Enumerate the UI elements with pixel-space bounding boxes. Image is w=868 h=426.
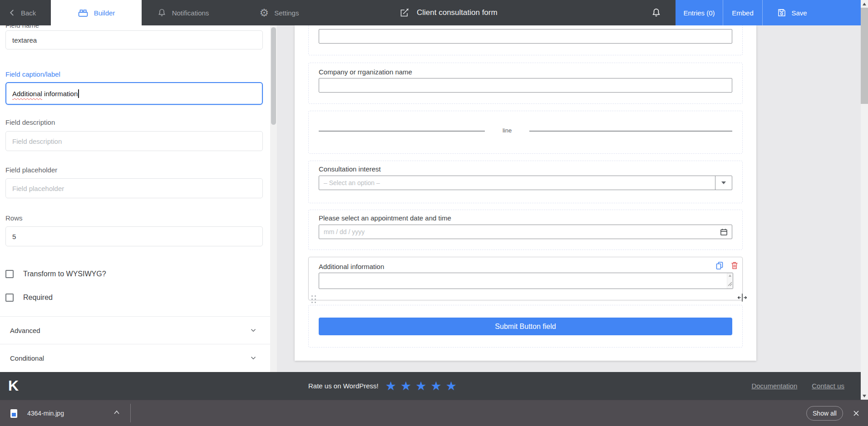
divider-line-right [529, 131, 732, 132]
field-settings-sidebar: Field name Field caption/label Additiona… [0, 25, 270, 372]
tab-builder-label: Builder [94, 9, 115, 17]
dropdown-arrow-icon [721, 181, 726, 184]
field-label: Please select an appointment date and ti… [319, 214, 451, 222]
form-title-group: Client consultation form [399, 0, 498, 25]
plugin-footer: K Rate us on WordPress! Documentation Co… [0, 372, 861, 400]
delete-field-icon[interactable] [730, 261, 739, 270]
wysiwyg-checkbox[interactable] [5, 270, 14, 278]
contact-us-link[interactable]: Contact us [812, 382, 844, 390]
form-field-additional-information-selected[interactable]: Additional information [308, 257, 743, 300]
show-all-downloads-button[interactable]: Show all [806, 406, 843, 421]
page-scrollbar[interactable] [861, 0, 868, 400]
documentation-link[interactable]: Documentation [751, 382, 797, 390]
notifications-bell-button[interactable] [651, 0, 661, 25]
page-scrollbar-thumb[interactable] [861, 8, 868, 104]
duplicate-field-icon[interactable] [715, 261, 724, 270]
wysiwyg-checkbox-row: Transform to WYSIWYG? [5, 269, 270, 279]
tab-settings-label: Settings [274, 9, 299, 17]
tab-builder[interactable]: Builder [51, 0, 142, 25]
star-icon[interactable] [430, 380, 441, 392]
scrollbar-down-arrow[interactable] [861, 392, 868, 400]
field-caption-input[interactable]: Additional information [5, 82, 263, 105]
form-field-company-name[interactable]: Company or rrganization name [308, 63, 743, 104]
save-button[interactable]: Save [763, 0, 822, 25]
date-input[interactable]: mm / dd / yyyy [319, 225, 732, 239]
form-title: Client consultation form [417, 8, 498, 17]
text-cursor [78, 89, 79, 98]
star-icon[interactable] [400, 380, 411, 392]
bell-icon [157, 8, 167, 18]
field-name-input[interactable] [5, 30, 263, 49]
chevron-down-icon [249, 354, 257, 362]
required-checkbox[interactable] [5, 294, 14, 302]
form-field-consultation-interest[interactable]: Consultation interest – Select an option… [308, 161, 743, 203]
tab-settings[interactable]: ⚙ Settings [245, 0, 313, 25]
top-navbar: Back Builder Notifications ⚙ Settings Cl… [0, 0, 868, 25]
star-icon[interactable] [385, 380, 396, 392]
downloaded-filename: 4364-min.jpg [27, 410, 64, 417]
text-input[interactable] [319, 78, 732, 93]
embed-button[interactable]: Embed [723, 0, 763, 25]
caption-word-misspelled: Additional [12, 90, 42, 98]
entries-label: Entries (0) [683, 9, 715, 17]
required-checkbox-label: Required [23, 294, 53, 302]
kali-forms-logo: K [8, 376, 19, 395]
select-dropdown-button[interactable] [715, 176, 732, 190]
form-field-divider[interactable]: line [308, 111, 743, 154]
form-field-submit[interactable]: Submit Button field [308, 305, 743, 348]
form-preview-area: Company or rrganization name line Consul… [277, 25, 861, 372]
downloaded-file-item[interactable]: 4364-min.jpg [10, 400, 64, 426]
conditional-section-toggle[interactable]: Conditional [0, 344, 270, 372]
scroll-up-arrow-icon [729, 274, 731, 277]
download-bar-divider [130, 404, 131, 422]
scrollbar-up-arrow[interactable] [861, 0, 868, 8]
field-label: Company or rrganization name [319, 68, 412, 76]
select-input[interactable]: – Select an option – [319, 176, 732, 190]
sidebar-scrollbar[interactable] [270, 25, 277, 372]
caption-word-rest: information [42, 90, 78, 98]
show-all-label: Show all [813, 410, 837, 417]
submit-button[interactable]: Submit Button field [319, 318, 732, 335]
field-description-input[interactable] [5, 131, 263, 151]
divider-line-left [319, 131, 485, 132]
tab-notifications[interactable]: Notifications [144, 0, 222, 25]
field-placeholder-label: Field placeholder [5, 166, 263, 174]
rows-input[interactable] [5, 226, 263, 246]
required-checkbox-row: Required [5, 293, 270, 302]
rate-us-text: Rate us on WordPress! [308, 382, 379, 390]
field-label: Additional information [319, 263, 384, 271]
textarea-input[interactable] [319, 273, 733, 289]
text-input[interactable] [319, 29, 732, 44]
edit-icon[interactable] [399, 8, 409, 18]
chevron-down-icon [249, 326, 257, 334]
back-label: Back [21, 9, 36, 17]
field-name-label: Field name [5, 25, 263, 29]
sidebar-scrollbar-thumb[interactable] [271, 27, 276, 125]
browser-download-bar: 4364-min.jpg Show all [0, 400, 868, 426]
column-resize-handle-icon[interactable] [737, 293, 747, 303]
entries-button[interactable]: Entries (0) [676, 0, 723, 25]
field-placeholder-input[interactable] [5, 178, 263, 198]
navbar-actions: Entries (0) Embed Save [676, 0, 861, 25]
back-chevron-icon [8, 9, 16, 17]
builder-brick-icon [78, 8, 89, 18]
back-button[interactable]: Back [8, 0, 36, 25]
form-field-text-top[interactable] [308, 25, 743, 55]
star-icon[interactable] [446, 380, 457, 392]
calendar-icon[interactable] [720, 228, 728, 236]
textarea-resize-grip-icon[interactable] [728, 280, 732, 288]
conditional-section-label: Conditional [10, 354, 44, 362]
form-preview-card: Company or rrganization name line Consul… [295, 25, 756, 361]
wysiwyg-checkbox-label: Transform to WYSIWYG? [23, 270, 106, 278]
footer-links: Documentation Contact us [751, 372, 844, 400]
field-label: Consultation interest [319, 165, 381, 173]
save-floppy-icon [777, 8, 786, 17]
close-download-bar-icon[interactable] [852, 409, 861, 418]
star-icon[interactable] [415, 380, 426, 392]
form-field-appointment-date[interactable]: Please select an appointment date and ti… [308, 210, 743, 250]
advanced-section-toggle[interactable]: Advanced [0, 316, 270, 344]
image-file-icon [10, 409, 17, 418]
select-placeholder: – Select an option – [319, 179, 380, 186]
download-options-chevron-icon[interactable] [112, 408, 121, 419]
rate-us-group: Rate us on WordPress! [308, 372, 457, 400]
